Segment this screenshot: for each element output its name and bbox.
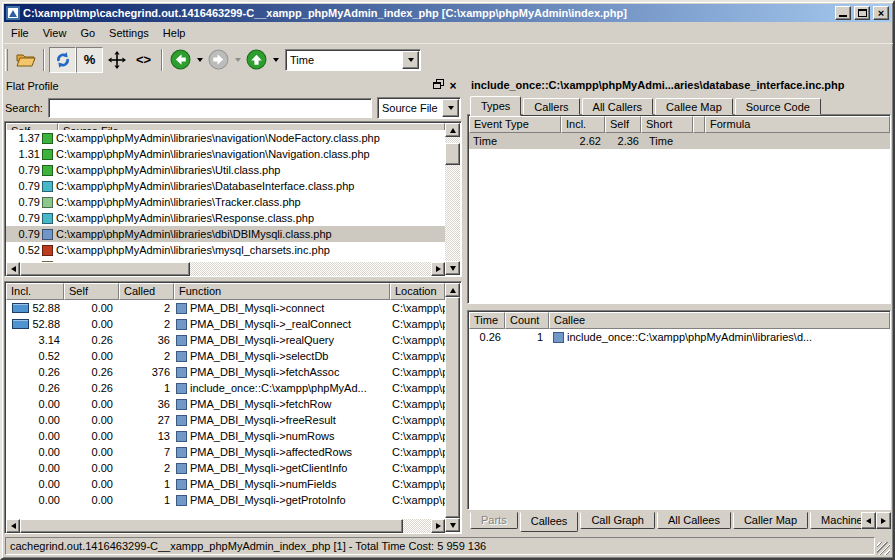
table-row[interactable]: 0.26 0.26 1 include_once::C:\xampp\phpMy… bbox=[6, 380, 445, 396]
tab-scroll-left-button[interactable] bbox=[861, 512, 876, 529]
table-row[interactable]: 0.52 0.00 2 PMA_DBI_Mysqli->selectDb C:\… bbox=[6, 348, 445, 364]
table-row[interactable]: 0.00 0.00 2 PMA_DBI_Mysqli->getClientInf… bbox=[6, 460, 445, 476]
combo-dropdown-button[interactable] bbox=[442, 99, 459, 117]
resize-grip[interactable] bbox=[877, 542, 890, 555]
table-row[interactable]: 0.00 0.00 1 PMA_DBI_Mysqli->numFields C:… bbox=[6, 476, 445, 492]
vertical-scrollbar[interactable] bbox=[445, 123, 460, 275]
table-row[interactable]: 0.79 C:\xampp\phpMyAdmin\libraries\Respo… bbox=[6, 210, 445, 226]
bottom-tab[interactable]: Call Graph bbox=[580, 512, 655, 529]
detail-tab[interactable]: Types bbox=[470, 96, 521, 116]
column-header-self[interactable]: Self bbox=[64, 283, 119, 300]
scroll-down-button[interactable] bbox=[445, 518, 460, 532]
event-type-combobox[interactable]: Time bbox=[285, 49, 421, 71]
table-row[interactable]: 0.26 1 include_once::C:\xampp\phpMyAdmin… bbox=[469, 329, 890, 345]
back-button[interactable] bbox=[167, 47, 194, 73]
table-row[interactable]: 0.79 C:\xampp\phpMyAdmin\libraries\Util.… bbox=[6, 162, 445, 178]
menu-item[interactable]: Settings bbox=[102, 24, 156, 42]
table-row[interactable]: 0.00 0.00 27 PMA_DBI_Mysqli->freeResult … bbox=[6, 412, 445, 428]
toolbar-handle[interactable] bbox=[5, 49, 8, 71]
function-icon bbox=[176, 367, 187, 378]
detail-tab[interactable]: Callers bbox=[523, 98, 579, 115]
column-header-location[interactable]: Location bbox=[390, 283, 445, 300]
relative-percent-button[interactable]: % bbox=[76, 47, 103, 73]
grouping-combobox[interactable]: Source File bbox=[377, 97, 461, 119]
column-header-formula[interactable]: Formula bbox=[705, 116, 890, 133]
column-header-function[interactable]: Function bbox=[174, 283, 390, 300]
search-input[interactable] bbox=[48, 98, 372, 118]
column-header-count[interactable]: Count bbox=[505, 312, 549, 329]
column-header-called[interactable]: Called bbox=[119, 283, 174, 300]
dock-layout-button[interactable] bbox=[103, 47, 130, 73]
cycle-detection-button[interactable] bbox=[49, 47, 76, 73]
function-table-header: Incl. Self Called Function Location bbox=[6, 283, 445, 300]
table-row[interactable]: 0.79 C:\xampp\phpMyAdmin\libraries\dbi\D… bbox=[6, 226, 445, 242]
up-button[interactable] bbox=[243, 47, 270, 73]
close-button[interactable]: × bbox=[873, 6, 889, 20]
table-row[interactable]: 0.79 C:\xampp\phpMyAdmin\libraries\Datab… bbox=[6, 178, 445, 194]
column-header-incl[interactable]: Incl. bbox=[561, 116, 605, 133]
scroll-up-button[interactable] bbox=[445, 283, 460, 297]
scroll-right-button[interactable] bbox=[431, 262, 445, 276]
scroll-right-button[interactable] bbox=[431, 519, 445, 533]
scroll-down-button[interactable] bbox=[445, 261, 460, 275]
app-icon bbox=[6, 6, 20, 20]
detail-tab[interactable]: All Callers bbox=[582, 98, 654, 115]
table-row[interactable]: 0.00 0.00 1 PMA_DBI_Mysqli->getProtoInfo… bbox=[6, 492, 445, 508]
horizontal-scrollbar[interactable] bbox=[6, 519, 445, 533]
scrollbar-thumb[interactable] bbox=[20, 262, 190, 276]
scroll-left-button[interactable] bbox=[6, 519, 20, 533]
table-row[interactable]: 3.14 0.26 36 PMA_DBI_Mysqli->realQuery C… bbox=[6, 332, 445, 348]
table-row[interactable]: 52.88 0.00 2 PMA_DBI_Mysqli->_realConnec… bbox=[6, 316, 445, 332]
combo-dropdown-button[interactable] bbox=[402, 51, 419, 69]
minimize-button[interactable] bbox=[835, 6, 851, 20]
column-header-self[interactable]: Self bbox=[605, 116, 641, 133]
menu-item[interactable]: View bbox=[36, 24, 74, 42]
table-row[interactable]: 0.00 0.00 7 PMA_DBI_Mysqli->affectedRows… bbox=[6, 444, 445, 460]
bottom-tab[interactable]: Callees bbox=[520, 512, 579, 532]
menu-item[interactable]: Help bbox=[156, 24, 193, 42]
scroll-left-button[interactable] bbox=[6, 262, 20, 276]
horizontal-scrollbar[interactable] bbox=[6, 262, 445, 276]
maximize-button[interactable] bbox=[854, 6, 870, 20]
back-dropdown[interactable] bbox=[194, 47, 205, 73]
scrollbar-thumb[interactable] bbox=[445, 297, 460, 518]
table-row[interactable]: 0.00 0.00 36 PMA_DBI_Mysqli->fetchRow C:… bbox=[6, 396, 445, 412]
table-row[interactable]: Time 2.62 2.36 Time bbox=[469, 133, 890, 149]
open-file-button[interactable] bbox=[12, 47, 39, 73]
column-header-callee[interactable]: Callee bbox=[549, 312, 890, 329]
scrollbar-thumb[interactable] bbox=[445, 143, 460, 165]
forward-button[interactable] bbox=[205, 47, 232, 73]
forward-dropdown[interactable] bbox=[232, 47, 243, 73]
up-dropdown[interactable] bbox=[270, 47, 281, 73]
column-header-time[interactable]: Time bbox=[469, 312, 505, 329]
table-row[interactable]: 0.52 C:\xampp\phpMyAdmin\libraries\mysql… bbox=[6, 242, 445, 258]
vertical-scrollbar[interactable] bbox=[445, 283, 460, 532]
column-header-incl[interactable]: Incl. bbox=[6, 283, 64, 300]
titlebar[interactable]: C:\xampp\tmp\cachegrind.out.1416463299-C… bbox=[4, 4, 891, 22]
self-cost: 1.31 bbox=[6, 148, 42, 160]
table-row[interactable]: 1.37 C:\xampp\phpMyAdmin\libraries\navig… bbox=[6, 130, 445, 146]
scrollbar-thumb[interactable] bbox=[20, 519, 403, 533]
table-row[interactable]: 1.31 C:\xampp\phpMyAdmin\libraries\navig… bbox=[6, 146, 445, 162]
tab-scroll-right-button[interactable] bbox=[876, 512, 891, 529]
table-row[interactable]: 0.79 C:\xampp\phpMyAdmin\libraries\Track… bbox=[6, 194, 445, 210]
dock-titlebar[interactable]: Flat Profile × bbox=[4, 77, 462, 94]
source-annotation-button[interactable]: <> bbox=[130, 47, 157, 73]
detail-tab[interactable]: Source Code bbox=[735, 98, 821, 115]
dock-float-button[interactable] bbox=[430, 79, 444, 92]
bottom-tab[interactable]: Parts bbox=[470, 512, 518, 529]
table-row[interactable]: 0.26 0.26 376 PMA_DBI_Mysqli->fetchAssoc… bbox=[6, 364, 445, 380]
scroll-up-button[interactable] bbox=[445, 123, 460, 137]
table-row[interactable]: 0.00 0.00 13 PMA_DBI_Mysqli->numRows C:\… bbox=[6, 428, 445, 444]
function-icon bbox=[176, 319, 187, 330]
table-row[interactable]: 52.88 0.00 2 PMA_DBI_Mysqli->connect C:\… bbox=[6, 300, 445, 316]
bottom-tab[interactable]: All Callees bbox=[657, 512, 731, 529]
detail-tabs: TypesCallersAll CallersCallee MapSource … bbox=[467, 94, 891, 115]
detail-tab[interactable]: Callee Map bbox=[655, 98, 733, 115]
menu-item[interactable]: Go bbox=[73, 24, 102, 42]
bottom-tab[interactable]: Caller Map bbox=[733, 512, 808, 529]
menu-item[interactable]: File bbox=[4, 24, 36, 42]
column-header-short[interactable]: Short bbox=[641, 116, 693, 133]
column-header-event-type[interactable]: Event Type bbox=[469, 116, 561, 133]
dock-close-button[interactable]: × bbox=[446, 79, 460, 92]
